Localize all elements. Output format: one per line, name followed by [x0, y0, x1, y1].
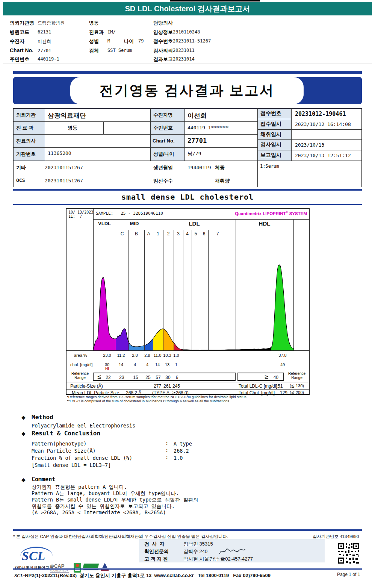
cell-label: 생년월일	[153, 164, 173, 171]
section-title: small dense LDL cholesterol	[0, 192, 375, 202]
patient-info-panel: 의뢰기관명 드림종합병원 병원코드 62131 수진자 이선희 Chart No…	[3, 15, 372, 64]
subband-label: 2	[163, 231, 174, 236]
page-title: 전기영동 검사결과 보고서	[70, 77, 304, 104]
lab-tel: Tel 1800-0119	[198, 573, 229, 578]
comment-line: 위험도를 증가시킬 수 있는 위험인자로 보고되고 있습니다.	[32, 503, 175, 510]
result-note: [Small dense LDL = LDL3~7]	[32, 462, 111, 468]
result-row-value: 268.2	[174, 448, 189, 454]
band-separator-line	[236, 219, 236, 350]
doc-code: SCL-RP2(1)-202211(Rev.03)	[14, 573, 77, 578]
total-chol-ref: (≦ 200)	[290, 390, 304, 395]
cell-value: 2023/10/13 12:51:12	[295, 153, 351, 158]
comment-heading: Comment	[32, 476, 55, 483]
sign-row-label: 확인전문의	[144, 548, 169, 555]
field-value: 이선희	[38, 38, 51, 45]
field-label: 검사의뢰	[153, 47, 173, 54]
cell-label: 체중	[215, 164, 225, 171]
cell-label: 채취일시	[257, 129, 291, 139]
ref-range-label-right: ReferenceRange	[286, 371, 308, 380]
field-value: 2310110248	[173, 29, 200, 35]
subband-separator-line	[208, 230, 209, 350]
registered-mark: ®	[286, 211, 288, 214]
field-value: 79	[138, 38, 144, 44]
subband-label: 5	[192, 231, 200, 236]
subband-separator-line	[192, 230, 192, 350]
chart-date: 10/ 13/2023	[68, 210, 93, 214]
lipoprint-brand: Quantimetrix LIPOPRINT® SYSTEM	[235, 211, 307, 216]
signature-icon	[218, 546, 246, 556]
particle-size-value: 245	[169, 383, 184, 389]
cell-label: 진 료 과	[13, 121, 45, 134]
field-label: 성별	[89, 38, 99, 45]
subband-label: 6	[200, 231, 208, 236]
area-value: 11.2	[113, 353, 129, 358]
ref-value-hdl: 40	[274, 375, 278, 380]
particle-size-label: Particle-Size (Å)	[70, 383, 103, 389]
footer-top-rule	[13, 529, 362, 531]
anab-logo	[101, 563, 109, 573]
section-divider-thin	[13, 204, 362, 205]
cell-value: 11365200	[48, 150, 71, 156]
result-row-colon: :	[165, 440, 168, 446]
cell-label: OCS	[16, 177, 25, 183]
diamond-bullet-icon: ◆	[21, 477, 26, 483]
cell-label: 주민번호	[150, 121, 184, 134]
cell-value: 2023101151267	[45, 165, 83, 170]
diamond-bullet-icon: ◆	[21, 414, 26, 420]
eda-logo	[83, 564, 98, 572]
result-row-label: Mean Particle Size(Å)	[32, 448, 96, 454]
band-label-vldl: VLDL	[93, 221, 116, 226]
subband-separator-line	[129, 230, 129, 350]
scl-logo-text: SCL	[22, 549, 45, 563]
field-value: 20231011	[173, 48, 195, 53]
field-value: 440119-1	[38, 56, 59, 62]
field-label: 임상정보	[153, 29, 173, 36]
title-banner-inner: 전기영동 검사결과 보고서	[70, 77, 304, 104]
chol-value: 30	[100, 362, 115, 367]
field-label: 검체	[89, 47, 99, 54]
field-label: 병동	[89, 20, 99, 26]
field-value: M	[107, 38, 110, 44]
geq-symbol: ≧	[265, 374, 269, 380]
field-value: 20231014	[173, 56, 195, 62]
cell-value: 남/79	[188, 150, 201, 157]
ref-value: 23	[116, 375, 127, 380]
cell-value: 19440119	[188, 165, 211, 170]
scan-artifact-bar	[170, 0, 260, 2]
cell-label: 의뢰기관	[13, 108, 45, 121]
cell-label: 진료의사	[13, 134, 45, 147]
cell-label: 접수번호	[257, 108, 291, 119]
comment-line: 상기환자 표현형은 pattern A 입니다.	[32, 484, 127, 491]
subband-separator-line	[183, 230, 183, 350]
cell-label: 기타	[16, 164, 26, 171]
area-value: 1.0	[169, 353, 184, 358]
area-value: 23.0	[100, 353, 115, 358]
cell-label: 접수일시	[257, 119, 291, 129]
subband-label: C	[116, 231, 129, 236]
chart-sample-id: SAMPLE: 25 - 328519046110	[96, 211, 163, 216]
field-label: 나이	[124, 38, 134, 45]
sign-row-label: 고 객 지 원	[144, 556, 168, 562]
cell-value: 병동	[68, 124, 77, 131]
footer-bottom-rule	[13, 568, 362, 570]
cell-value: 2023/10/12 16:14:08	[295, 121, 351, 127]
comment-line: Pattern B는 small dense LDL이 우세한 type으로 심…	[32, 497, 198, 503]
cell-value: 440119-1******	[188, 125, 229, 130]
chol-value-hdl: 49	[275, 362, 290, 367]
field-label: 수진자	[10, 38, 24, 45]
chol-row-label: chol. [mg/dl]	[70, 362, 92, 367]
subband-separator-line	[174, 230, 174, 350]
ref-value: 15	[130, 375, 141, 380]
field-value: 드림종합병원	[38, 20, 65, 26]
subband-label: B	[129, 231, 144, 236]
subband-label: A	[144, 231, 153, 236]
result-row-label: Fraction % of small dense LDL (%)	[32, 455, 132, 461]
band-label-hdl: HDL	[236, 220, 293, 227]
lab-fax: Fax 02)790-6509	[233, 573, 271, 578]
field-label: 진료과	[89, 29, 104, 36]
electrophoresis-curve	[67, 239, 309, 350]
lab-website: www.scllab.co.kr	[154, 573, 194, 578]
band-separator-line	[293, 219, 294, 350]
ref-range-box-hdl: ≧ 40	[237, 373, 284, 381]
serum-note: 1:Serum	[260, 164, 279, 169]
